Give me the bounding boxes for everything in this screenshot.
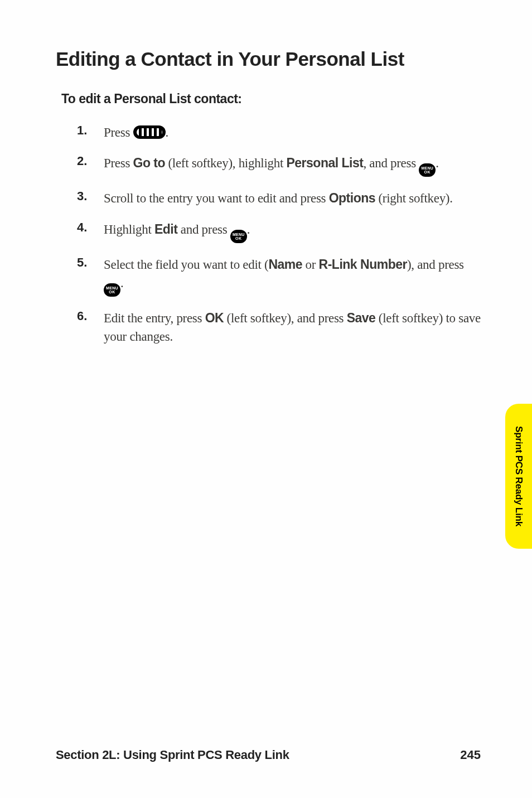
step-4: 4. Highlight Edit and press MENUOK. (77, 220, 481, 243)
step-1: 1. Press . (77, 123, 481, 142)
step-number: 5. (77, 255, 104, 270)
step-text: Scroll to the entry you want to edit and… (104, 189, 453, 207)
page-footer: Section 2L: Using Sprint PCS Ready Link … (56, 748, 481, 762)
footer-section-label: Section 2L: Using Sprint PCS Ready Link (56, 748, 289, 762)
step-text-fragment: . (247, 223, 250, 236)
page-container: Editing a Contact in Your Personal List … (0, 0, 532, 798)
rlink-number-label: R-Link Number (319, 257, 407, 272)
instruction-heading: To edit a Personal List contact: (61, 91, 481, 107)
edit-label: Edit (154, 222, 177, 236)
step-text-fragment: Highlight (104, 223, 154, 236)
step-text-fragment: or (302, 258, 318, 272)
save-label: Save (347, 311, 376, 325)
step-text: Edit the entry, press OK (left softkey),… (104, 309, 481, 346)
step-text-fragment: Select the field you want to edit ( (104, 258, 268, 272)
step-text-fragment: Edit the entry, press (104, 311, 205, 325)
step-text-fragment: (right softkey). (375, 191, 453, 205)
ready-link-button-icon (133, 125, 166, 139)
step-number: 6. (77, 309, 104, 323)
menu-ok-icon: MENUOK (230, 230, 247, 243)
step-text-fragment: Scroll to the entry you want to edit and… (104, 191, 329, 205)
step-6: 6. Edit the entry, press OK (left softke… (77, 309, 481, 346)
personal-list-label: Personal List (286, 156, 363, 170)
step-5: 5. Select the field you want to edit (Na… (77, 255, 481, 297)
step-text-fragment: , and press (363, 156, 419, 170)
page-heading: Editing a Contact in Your Personal List (56, 48, 481, 70)
step-text-fragment: . (120, 276, 123, 290)
side-tab-label: Sprint PCS Ready Link (513, 426, 524, 526)
side-tab: Sprint PCS Ready Link (505, 404, 532, 549)
step-text-fragment: Press (104, 125, 133, 139)
menu-ok-icon: MENUOK (419, 163, 436, 177)
footer-page-number: 245 (460, 748, 481, 762)
step-3: 3. Scroll to the entry you want to edit … (77, 189, 481, 207)
name-label: Name (268, 257, 302, 272)
steps-list: 1. Press . 2. Press Go to (left softkey)… (77, 123, 481, 346)
step-text-fragment: and press (177, 223, 230, 236)
step-text-fragment: (left softkey), highlight (165, 156, 286, 170)
step-2: 2. Press Go to (left softkey), highlight… (77, 154, 481, 177)
step-number: 2. (77, 154, 104, 168)
step-number: 1. (77, 123, 104, 138)
step-text: Press Go to (left softkey), highlight Pe… (104, 154, 439, 177)
step-text-fragment: . (166, 125, 168, 139)
goto-label: Go to (133, 156, 166, 170)
step-text: Press . (104, 123, 168, 142)
step-text: Select the field you want to edit (Name … (104, 255, 481, 297)
menu-ok-icon: MENUOK (104, 283, 120, 297)
step-number: 4. (77, 220, 104, 235)
step-text: Highlight Edit and press MENUOK. (104, 220, 250, 243)
step-text-fragment: ), and press (407, 258, 464, 272)
step-number: 3. (77, 189, 104, 204)
ok-label: OK (205, 311, 224, 325)
step-text-fragment: Press (104, 156, 133, 170)
step-text-fragment: (left softkey), and press (224, 311, 347, 325)
options-label: Options (329, 191, 375, 205)
step-text-fragment: . (436, 156, 438, 170)
